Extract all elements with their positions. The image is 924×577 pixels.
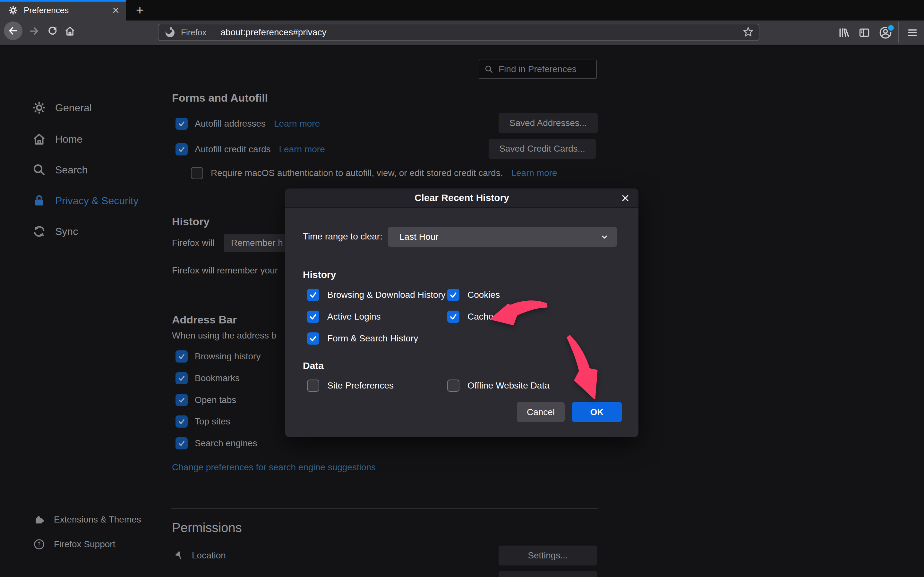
checkbox-label: Autofill credit cards [195,144,271,155]
forms-section-heading: Forms and Autofill [172,94,365,105]
history-section-heading: History [172,215,210,228]
home-button[interactable] [63,24,77,38]
search-suggestions-link[interactable]: Change preferences for search engine sug… [172,462,376,472]
address-option-row: Top sites [176,415,230,428]
toolbar-separator [898,22,899,43]
ok-button[interactable]: OK [572,402,622,422]
sidebar-item-general[interactable]: General [32,101,92,115]
sidebar-item-home[interactable]: Home [32,132,82,146]
location-icon [174,550,185,561]
sidebar-item-label: Home [55,133,82,145]
browsing-download-history-checkbox[interactable] [307,289,319,301]
checkbox-label: Cache [467,311,493,322]
sidebar-toggle-icon[interactable] [857,26,871,40]
cookies-checkbox[interactable] [447,289,459,301]
site-identity-label: Firefox [181,27,206,37]
address-bar-intro: When using the address b [172,330,285,341]
checkbox-label: Offline Website Data [467,380,549,391]
checkbox-label: Cookies [467,290,500,300]
sync-icon [32,225,46,238]
dialog-checkbox-row: Browsing & Download History [307,289,446,301]
active-tab-stripe [0,0,126,2]
history-mode-dropdown[interactable]: Remember h [224,234,286,252]
learn-more-link[interactable]: Learn more [274,119,320,129]
account-icon[interactable] [878,25,893,40]
saved-addresses-button[interactable]: Saved Addresses... [499,113,598,133]
address-option-row: Browsing history [176,350,260,363]
require-macos-auth-row: Require macOS authentication to autofill… [191,167,557,179]
tab-preferences[interactable]: Preferences [0,0,126,21]
history-note: Firefox will remember your [172,266,285,276]
back-button[interactable] [4,21,23,40]
chevron-down-icon [600,233,609,241]
sidebar-item-firefox-support[interactable]: ? Firefox Support [32,538,115,551]
account-notification-badge [887,24,895,32]
checkbox-label: Open tabs [195,395,236,405]
address-option-row: Search engines [176,437,257,450]
new-tab-button[interactable]: + [128,0,152,21]
permissions-heading: Permissions [172,521,242,535]
sidebar-item-extensions-themes[interactable]: Extensions & Themes [32,513,141,526]
reload-button[interactable] [45,24,60,38]
location-permission-row: Location [174,549,226,562]
cancel-button[interactable]: Cancel [517,402,565,422]
address-option-row: Open tabs [176,394,236,406]
partial-settings-button[interactable] [499,571,597,577]
time-range-label: Time range to clear: [303,231,383,242]
sidebar-item-label: General [55,102,92,114]
location-settings-button[interactable]: Settings... [499,546,597,566]
site-preferences-checkbox[interactable] [307,380,319,392]
close-icon[interactable] [111,6,120,15]
checkbox-label: Active Logins [327,311,381,322]
require-macos-auth-checkbox[interactable] [191,167,203,179]
time-range-select[interactable]: Last Hour [388,227,617,247]
library-icon[interactable] [837,26,851,40]
dialog-history-heading: History [303,269,336,280]
top-sites-checkbox[interactable] [176,416,188,428]
checkbox-label: Form & Search History [327,334,418,343]
checkbox-label: Require macOS authentication to autofill… [211,168,503,178]
address-bar-heading: Address Bar [172,314,237,326]
url-text[interactable]: about:preferences#privacy [220,27,326,37]
dialog-checkbox-row: Site Preferences [307,380,394,392]
forward-button[interactable] [27,24,41,38]
gear-icon [32,101,46,114]
firefox-window: Preferences + [0,0,924,577]
lock-icon [32,194,46,207]
gear-icon [8,5,18,15]
dialog-checkbox-row: Active Logins [307,311,381,323]
autofill-credit-cards-checkbox[interactable] [176,143,188,155]
tab-title: Preferences [24,5,111,15]
search-engines-checkbox[interactable] [176,437,188,450]
active-logins-checkbox[interactable] [307,311,319,323]
autofill-addresses-checkbox[interactable] [176,118,188,130]
svg-text:?: ? [37,541,41,548]
sidebar-item-sync[interactable]: Sync [32,224,78,239]
saved-credit-cards-button[interactable]: Saved Credit Cards... [489,139,596,159]
close-icon[interactable] [620,193,631,203]
clear-recent-history-dialog: Clear Recent History Time range to clear… [285,189,638,437]
dialog-title-bar: Clear Recent History [285,189,638,208]
dialog-checkbox-row: Cookies [447,289,500,301]
learn-more-link[interactable]: Learn more [511,168,557,178]
dialog-checkbox-row: Offline Website Data [447,380,549,392]
dialog-data-heading: Data [303,360,324,371]
home-icon [32,132,46,146]
offline-website-data-checkbox[interactable] [447,380,459,392]
browsing-history-checkbox[interactable] [176,350,188,363]
bookmarks-checkbox[interactable] [176,372,188,384]
navigation-toolbar: Firefox about:preferences#privacy [0,21,924,45]
puzzle-icon [32,514,46,525]
location-label: Location [192,550,226,561]
cache-checkbox[interactable] [447,311,459,323]
form-search-history-checkbox[interactable] [307,332,319,345]
urlbar-divider [213,27,213,38]
url-bar[interactable]: Firefox about:preferences#privacy [158,24,759,41]
dialog-checkbox-row: Form & Search History [307,332,418,345]
learn-more-link[interactable]: Learn more [279,144,325,155]
menu-icon[interactable] [905,26,919,40]
open-tabs-checkbox[interactable] [176,394,188,406]
sidebar-item-privacy-security[interactable]: Privacy & Security [32,193,139,208]
bookmark-star-icon[interactable] [742,26,754,39]
sidebar-item-search[interactable]: Search [32,163,87,177]
